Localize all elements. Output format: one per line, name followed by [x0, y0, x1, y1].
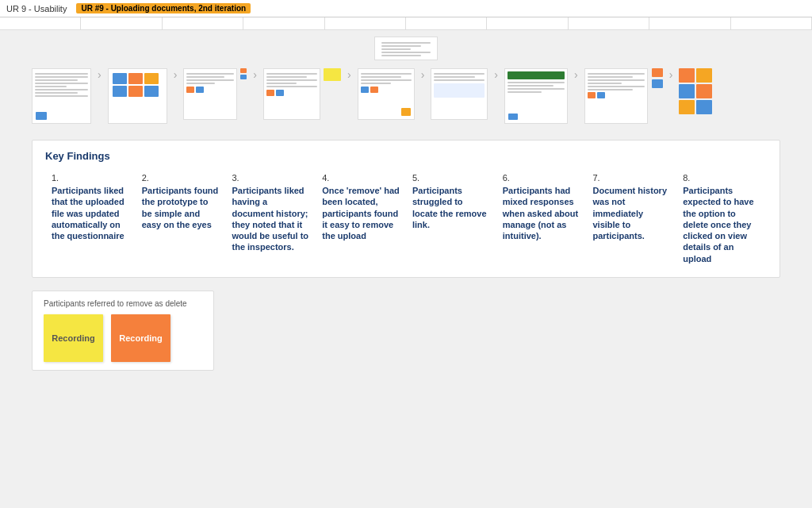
finding-text-2: Participants found the prototype to be s…: [142, 185, 220, 230]
finding-number-5: 5.: [412, 173, 490, 183]
finding-text-7: Document history was not immediately vis…: [593, 185, 671, 241]
sticky-notes-container: Recording Recording: [44, 314, 202, 362]
col-header-8: [569, 17, 649, 29]
main-content: › ›: [0, 30, 812, 508]
finding-number-3: 3.: [232, 173, 310, 183]
sticky-note-1-text: Recording: [52, 333, 94, 343]
color-block-blue2: [113, 86, 127, 97]
finding-number-6: 6.: [503, 173, 580, 183]
connector-arrow-1: ›: [98, 68, 102, 81]
finding-number-4: 4.: [322, 173, 400, 183]
sticky-notes-section: Participants referred to remove as delet…: [32, 291, 214, 371]
connector-arrow-3: ›: [253, 68, 257, 81]
col-header-3: [163, 17, 243, 29]
color-block-blue3: [144, 86, 159, 97]
document-strip: › ›: [32, 65, 780, 127]
key-findings-section: Key Findings 1. Participants liked that …: [32, 140, 780, 278]
doc-line: [35, 86, 67, 87]
doc-line: [35, 73, 88, 75]
postit-yellow-1: [696, 68, 712, 83]
connector-arrow-6: ›: [494, 68, 498, 81]
connector-arrow-8: ›: [669, 68, 673, 81]
doc-thumb-7[interactable]: [504, 68, 568, 124]
finding-text-4: Once 'remove' had been located, particip…: [322, 185, 400, 241]
finding-item-7: 7. Document history was not immediately …: [587, 170, 677, 267]
doc-line: [381, 52, 431, 53]
doc-group-9: [679, 68, 712, 114]
doc-line: [35, 79, 78, 81]
doc-thumb-2[interactable]: [108, 68, 167, 124]
finding-item-2: 2. Participants found the prototype to b…: [136, 170, 226, 267]
finding-number-2: 2.: [142, 173, 220, 183]
postit-orange-2: [696, 84, 712, 98]
postit-orange-1: [679, 68, 695, 83]
doc-thumb-3a[interactable]: [183, 68, 237, 120]
finding-item-4: 4. Once 'remove' had been located, parti…: [316, 170, 406, 267]
finding-text-3: Participants liked having a document his…: [232, 185, 310, 253]
finding-text-5: Participants struggled to locate the rem…: [412, 185, 490, 230]
doc-line: [381, 45, 421, 47]
col-header-2: [81, 17, 162, 29]
doc-thumb-5[interactable]: [358, 68, 415, 120]
sticky-note-1[interactable]: Recording: [44, 314, 103, 362]
connector-arrow-4: ›: [347, 68, 351, 81]
doc-thumb-4a[interactable]: [263, 68, 320, 120]
postit-blue-1: [679, 84, 695, 98]
finding-item-8: 8. Participants expected to have the opt…: [676, 170, 767, 267]
connector-arrow-7: ›: [574, 68, 578, 81]
col-header-10: [731, 17, 812, 29]
doc-line: [35, 76, 88, 78]
top-bar-title: UR 9 - Usability: [6, 4, 67, 13]
doc-thumb-8a[interactable]: [584, 68, 648, 124]
doc-line: [381, 42, 431, 44]
finding-text-1: Participants liked that the uploaded fil…: [52, 185, 129, 241]
doc-line: [35, 89, 88, 90]
sticky-note-2-text: Recording: [119, 333, 162, 343]
finding-item-5: 5. Participants struggled to locate the …: [406, 170, 496, 267]
col-header-6: [406, 17, 487, 29]
sticky-note-2[interactable]: Recording: [111, 314, 170, 362]
finding-text-8: Participants expected to have the option…: [683, 185, 760, 264]
finding-number-8: 8.: [683, 173, 760, 183]
finding-item-1: 1. Participants liked that the uploaded …: [45, 170, 136, 267]
finding-item-6: 6. Participants had mixed responses when…: [496, 170, 587, 267]
color-block-blue: [113, 73, 127, 84]
doc-group-3: [183, 68, 247, 120]
color-block-orange2: [128, 86, 143, 97]
top-bar-tag: UR #9 - Uploading documents, 2nd iterati…: [76, 3, 251, 13]
postit-yellow-2: [679, 100, 695, 114]
col-headers: [0, 17, 812, 30]
doc-thumb-1[interactable]: [32, 68, 91, 124]
doc-line: [381, 55, 421, 56]
center-doc-card: [374, 37, 438, 60]
top-bar: UR 9 - Usability UR #9 - Uploading docum…: [0, 0, 812, 17]
doc-line: [381, 48, 411, 50]
postit-blue-2: [696, 100, 712, 114]
connector-arrow-2: ›: [174, 68, 178, 81]
col-header-5: [325, 17, 406, 29]
doc-line: [35, 83, 88, 84]
center-thumbnail: [32, 37, 780, 60]
doc-group-4: [263, 68, 341, 120]
col-header-9: [649, 17, 730, 29]
color-block-yellow: [144, 73, 159, 84]
key-findings-title: Key Findings: [45, 150, 767, 162]
doc-thumb-accent: [36, 112, 47, 120]
doc-thumb-6[interactable]: [431, 68, 488, 120]
finding-number-1: 1.: [52, 173, 129, 183]
connector-arrow-5: ›: [421, 68, 425, 81]
finding-number-7: 7.: [593, 173, 671, 183]
doc-group-8: [584, 68, 663, 124]
finding-item-3: 3. Participants liked having a document …: [226, 170, 316, 267]
doc-line: [35, 95, 88, 97]
col-header-4: [243, 17, 324, 29]
col-header-1: [0, 17, 81, 29]
col-header-7: [487, 17, 568, 29]
finding-text-6: Participants had mixed responses when as…: [503, 185, 580, 241]
color-block-orange: [128, 73, 143, 84]
findings-list: 1. Participants liked that the uploaded …: [45, 170, 767, 267]
sticky-section-label: Participants referred to remove as delet…: [44, 299, 202, 308]
doc-line: [35, 92, 78, 94]
